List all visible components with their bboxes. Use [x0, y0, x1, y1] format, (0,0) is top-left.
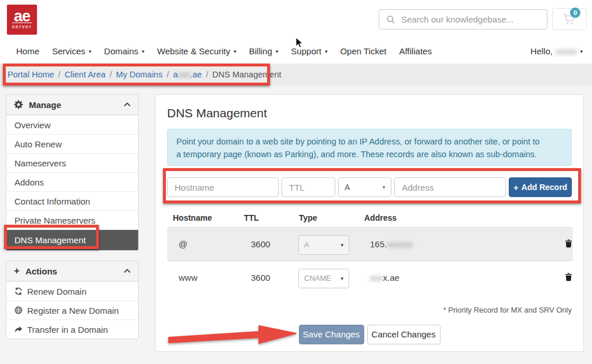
refresh-icon	[14, 287, 23, 295]
priority-footnote: * Priority Record for MX and SRV Only	[167, 307, 572, 314]
knowledgebase-search[interactable]	[379, 9, 547, 29]
trash-icon	[565, 239, 572, 248]
gear-icon	[14, 100, 23, 109]
sidebar: Manage Overview Auto Renew Nameservers A…	[6, 94, 139, 349]
user-name-blurred: xxxxx	[556, 46, 578, 56]
chevron-down-icon: ▾	[580, 49, 583, 54]
chevron-down-icon: ▾	[276, 49, 279, 54]
nav-home[interactable]: Home	[16, 46, 39, 56]
breadcrumb-my-domains[interactable]: My Domains	[116, 70, 163, 79]
record-address: xxxx.ae	[363, 261, 547, 295]
chevron-down-icon: ▾	[383, 184, 386, 190]
sidebar-item-private-nameservers[interactable]: Private Nameservers	[6, 210, 138, 229]
breadcrumb-portal-home[interactable]: Portal Home	[8, 70, 54, 79]
nav-support[interactable]: Support▾	[291, 46, 327, 56]
nav-website-security[interactable]: Website & Security▾	[157, 46, 236, 56]
nav-open-ticket[interactable]: Open Ticket	[340, 46, 386, 56]
dns-management-card: DNS Management Point your domain to a we…	[155, 94, 584, 352]
address-blurred: xxxxxx	[387, 239, 413, 249]
sidebar-item-nameservers[interactable]: Nameservers	[6, 153, 138, 172]
action-transfer-domain[interactable]: Transfer in a Domain	[6, 320, 138, 339]
logo-text: ae	[14, 10, 30, 23]
account-menu[interactable]: Hello, xxxxx ▾	[531, 46, 583, 56]
search-input[interactable]	[401, 14, 540, 24]
record-hostname: @	[167, 228, 240, 261]
plus-icon: +	[14, 265, 20, 277]
chevron-down-icon: ▾	[341, 242, 343, 248]
record-address: 165.xxxxxx	[363, 228, 547, 261]
nav-domains[interactable]: Domains▾	[104, 46, 145, 56]
address-blurred: xxx	[370, 273, 383, 283]
ttl-input[interactable]	[282, 177, 335, 197]
cart-button[interactable]	[552, 8, 587, 30]
cancel-changes-button[interactable]: Cancel Changes	[367, 325, 441, 344]
nav-services[interactable]: Services▾	[52, 46, 91, 56]
chevron-up-icon	[124, 269, 131, 273]
record-type-select[interactable]: A▾	[298, 235, 349, 255]
domain-blurred: xxx	[177, 70, 190, 79]
globe-icon	[14, 306, 23, 314]
delete-record-button[interactable]	[565, 272, 572, 283]
dns-records-table: Hostname TTL Type Address @ 3600 A▾ 165.…	[167, 210, 573, 295]
record-ttl: 3600	[240, 261, 295, 295]
address-input[interactable]	[394, 177, 506, 197]
actions-panel-header[interactable]: + Actions	[6, 261, 138, 281]
record-ttl: 3600	[240, 228, 295, 261]
breadcrumb-current: DNS Management	[212, 70, 281, 79]
sidebar-item-addons[interactable]: Addons	[6, 172, 138, 191]
chevron-down-icon: ▾	[341, 276, 343, 281]
chevron-down-icon: ▾	[325, 49, 328, 54]
search-icon	[386, 15, 395, 24]
chevron-down-icon: ▾	[89, 49, 92, 54]
aeserver-logo[interactable]: ae server	[7, 5, 37, 35]
chevron-up-icon	[124, 102, 131, 107]
info-alert: Point your domain to a web site by point…	[167, 129, 572, 166]
cart-count-badge: 0	[570, 8, 580, 18]
action-register-new-domain[interactable]: Register a New Domain	[6, 300, 138, 320]
save-changes-button[interactable]: Save Changes	[299, 325, 364, 344]
main-nav: Home Services▾ Domains▾ Website & Securi…	[16, 46, 432, 56]
add-record-form: A▾ +Add Record	[167, 177, 572, 197]
breadcrumb-client-area[interactable]: Client Area	[65, 70, 106, 79]
page-title: DNS Management	[167, 107, 572, 119]
nav-billing[interactable]: Billing▾	[249, 46, 279, 56]
sidebar-item-dns-management[interactable]: DNS Management	[6, 229, 138, 250]
record-type-select[interactable]: A▾	[338, 177, 391, 197]
sidebar-item-contact-information[interactable]: Contact Information	[6, 191, 138, 210]
breadcrumb: Portal Home / Client Area / My Domains /…	[0, 64, 592, 86]
actions-panel: + Actions Renew Domain Register a New Do…	[6, 261, 139, 339]
chevron-down-icon: ▾	[234, 49, 236, 54]
manage-panel-header[interactable]: Manage	[6, 95, 138, 115]
transfer-arrow-icon	[14, 326, 23, 333]
hostname-input[interactable]	[167, 177, 279, 197]
record-type-select[interactable]: CNAME▾	[298, 269, 349, 288]
sidebar-item-auto-renew[interactable]: Auto Renew	[6, 134, 138, 153]
add-record-button[interactable]: +Add Record	[509, 177, 572, 197]
breadcrumb-domain[interactable]: axxx.ae	[173, 70, 202, 79]
nav-affiliates[interactable]: Affiliates	[399, 46, 431, 56]
chevron-down-icon: ▾	[142, 49, 145, 54]
manage-panel: Manage Overview Auto Renew Nameservers A…	[6, 94, 139, 251]
table-row: @ 3600 A▾ 165.xxxxxx	[167, 228, 573, 261]
delete-record-button[interactable]	[565, 239, 572, 250]
sidebar-item-overview[interactable]: Overview	[6, 115, 138, 134]
record-hostname: www	[167, 261, 240, 295]
table-row: www 3600 CNAME▾ xxxx.ae	[167, 261, 573, 295]
trash-icon	[565, 272, 572, 281]
action-renew-domain[interactable]: Renew Domain	[6, 281, 138, 300]
table-header-row: Hostname TTL Type Address	[167, 210, 573, 228]
